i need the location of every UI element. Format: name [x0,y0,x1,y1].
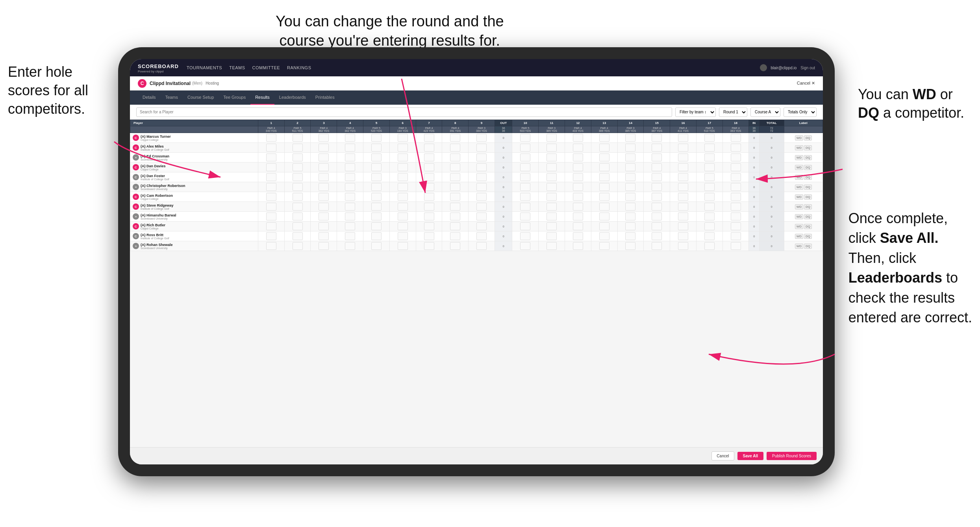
score-cell[interactable] [363,182,390,192]
score-cell[interactable] [670,133,697,143]
score-input[interactable] [731,153,741,161]
score-input[interactable] [678,203,688,211]
score-input[interactable] [573,163,583,171]
score-input[interactable] [424,193,434,201]
score-cell[interactable] [565,182,591,192]
score-input[interactable] [599,183,609,191]
score-input[interactable] [476,222,487,230]
score-input[interactable] [424,163,434,171]
score-cell[interactable] [389,222,416,231]
tab-course-setup[interactable]: Course Setup [183,91,219,105]
score-input[interactable] [293,222,303,230]
score-cell[interactable] [442,192,469,202]
score-input[interactable] [573,222,583,230]
score-cell[interactable] [512,172,539,182]
score-input[interactable] [625,183,635,191]
score-input[interactable] [704,232,715,240]
score-cell[interactable] [565,231,591,241]
score-cell[interactable] [722,222,749,231]
score-input[interactable] [573,242,583,250]
score-cell[interactable] [416,163,442,172]
score-input[interactable] [319,173,329,181]
wd-button[interactable]: WD [795,214,803,219]
score-input[interactable] [345,222,355,230]
score-input[interactable] [652,183,662,191]
score-cell[interactable] [644,241,670,251]
score-cell[interactable] [416,182,442,192]
score-input[interactable] [371,222,382,230]
score-cell[interactable] [469,222,495,231]
score-cell[interactable] [258,231,284,241]
score-cell[interactable] [311,143,337,153]
score-cell[interactable] [617,153,644,163]
score-input[interactable] [319,222,329,230]
score-input[interactable] [547,163,557,171]
score-cell[interactable] [311,172,337,182]
cancel-header-button[interactable]: Cancel ✕ [797,81,815,86]
score-cell[interactable] [670,182,697,192]
tab-leaderboards[interactable]: Leaderboards [274,91,311,105]
score-cell[interactable] [469,241,495,251]
score-input[interactable] [345,213,355,220]
score-input[interactable] [678,213,688,220]
score-input[interactable] [547,193,557,201]
score-input[interactable] [520,144,530,152]
score-input[interactable] [266,242,276,250]
score-cell[interactable] [539,231,565,241]
score-input[interactable] [476,134,487,142]
dq-button[interactable]: DQ [804,155,812,160]
score-cell[interactable] [696,163,722,172]
score-input[interactable] [731,173,741,181]
score-cell[interactable] [284,192,311,202]
score-input[interactable] [266,213,276,220]
score-input[interactable] [319,193,329,201]
score-input[interactable] [599,232,609,240]
score-cell[interactable] [617,182,644,192]
score-cell[interactable] [617,143,644,153]
score-cell[interactable] [258,172,284,182]
score-cell[interactable] [539,133,565,143]
score-cell[interactable] [591,241,617,251]
score-cell[interactable] [442,172,469,182]
nav-tournaments[interactable]: TOURNAMENTS [187,65,222,70]
score-input[interactable] [704,213,715,220]
score-input[interactable] [704,163,715,171]
score-cell[interactable] [363,212,390,222]
score-cell[interactable] [539,172,565,182]
dq-button[interactable]: DQ [804,165,812,170]
score-input[interactable] [520,213,530,220]
score-input[interactable] [678,242,688,250]
score-input[interactable] [371,134,382,142]
score-cell[interactable] [258,153,284,163]
score-input[interactable] [547,134,557,142]
wd-button[interactable]: WD [795,185,803,190]
score-cell[interactable] [696,241,722,251]
dq-button[interactable]: DQ [804,244,812,249]
score-cell[interactable] [565,192,591,202]
score-input[interactable] [319,134,329,142]
score-input[interactable] [345,134,355,142]
score-cell[interactable] [469,133,495,143]
score-cell[interactable] [442,222,469,231]
score-input[interactable] [520,134,530,142]
score-input[interactable] [704,242,715,250]
score-input[interactable] [599,193,609,201]
score-cell[interactable] [442,133,469,143]
score-input[interactable] [476,232,487,240]
score-input[interactable] [678,153,688,161]
publish-button[interactable]: Publish Round Scores [767,452,817,460]
score-cell[interactable] [337,222,363,231]
score-input[interactable] [625,163,635,171]
score-cell[interactable] [311,163,337,172]
score-input[interactable] [476,144,487,152]
score-cell[interactable] [539,222,565,231]
score-input[interactable] [704,153,715,161]
score-input[interactable] [424,134,434,142]
score-cell[interactable] [696,172,722,182]
score-cell[interactable] [591,172,617,182]
score-input[interactable] [293,153,303,161]
score-cell[interactable] [644,192,670,202]
score-cell[interactable] [311,231,337,241]
score-cell[interactable] [258,212,284,222]
score-cell[interactable] [337,231,363,241]
